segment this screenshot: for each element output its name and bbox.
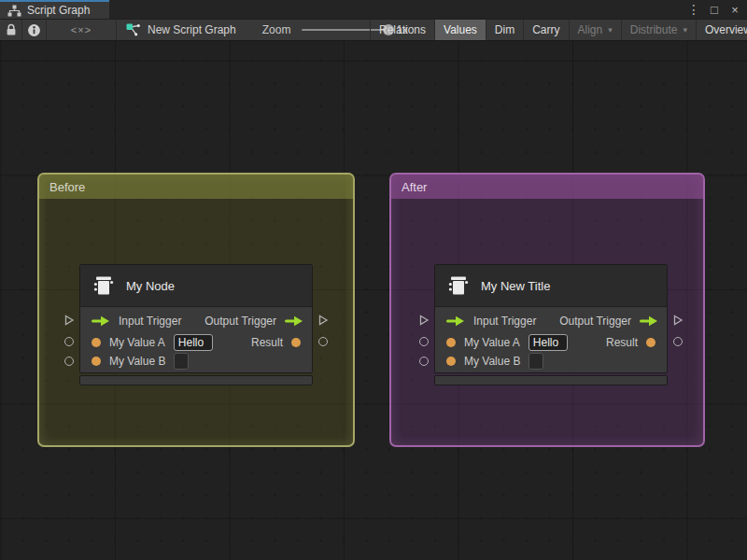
node-header[interactable]: My Node xyxy=(80,265,312,307)
align-dropdown[interactable]: Align ▾ xyxy=(569,20,621,40)
result-label: Result xyxy=(251,336,283,349)
distribute-dropdown[interactable]: Distribute ▾ xyxy=(621,20,696,40)
value-b-port-outer[interactable] xyxy=(64,357,74,366)
group-title: Before xyxy=(49,180,85,194)
maximize-icon[interactable]: □ xyxy=(706,1,723,18)
tab-bar: Script Graph ⋮ □ × xyxy=(0,0,747,19)
chevron-down-icon: ▾ xyxy=(683,25,687,35)
value-port-icon[interactable] xyxy=(92,357,101,366)
flow-port-triangle-icon xyxy=(63,315,75,326)
node-body: Input Trigger Output Trigger My Value A xyxy=(80,307,312,372)
input-trigger-port-outer[interactable] xyxy=(63,315,75,326)
group-title: After xyxy=(402,180,427,194)
graph-name-label: New Script Graph xyxy=(148,23,236,36)
value-b-label: My Value B xyxy=(464,355,520,368)
value-b-port-outer[interactable] xyxy=(419,357,429,366)
value-a-port-outer[interactable] xyxy=(419,337,429,346)
node-header[interactable]: My New Title xyxy=(435,265,667,307)
unit-node-icon xyxy=(92,274,116,297)
graph-toolbar: <×> New Script Graph Zoom 1x Relations V… xyxy=(0,19,747,41)
input-trigger-label: Input Trigger xyxy=(119,315,181,328)
result-port-outer[interactable] xyxy=(318,337,328,346)
value-port-icon[interactable] xyxy=(446,357,456,366)
node-footer xyxy=(79,375,313,385)
value-port-icon[interactable] xyxy=(646,338,655,347)
value-b-input[interactable] xyxy=(529,353,543,370)
node-main: My Node Input Trigger Output Trigger xyxy=(79,264,313,373)
node-title: My Node xyxy=(126,279,175,293)
output-trigger-label: Output Trigger xyxy=(559,315,631,328)
script-graph-asset-icon xyxy=(126,23,141,37)
code-icon: <×> xyxy=(71,24,92,35)
value-a-input[interactable] xyxy=(529,334,568,351)
flow-port-triangle-icon xyxy=(317,315,329,326)
values-button[interactable]: Values xyxy=(434,20,486,40)
value-port-icon[interactable] xyxy=(291,338,301,347)
output-trigger-port-outer[interactable] xyxy=(672,315,684,326)
code-view-button[interactable]: <×> xyxy=(47,20,117,40)
window-menu-icon[interactable]: ⋮ xyxy=(685,1,702,18)
dim-button[interactable]: Dim xyxy=(486,20,523,40)
info-button[interactable] xyxy=(22,20,47,40)
relations-button[interactable]: Relations xyxy=(370,20,434,40)
result-label: Result xyxy=(606,336,638,349)
flow-port-triangle-icon xyxy=(672,315,684,326)
output-trigger-port-outer[interactable] xyxy=(317,315,329,326)
node-main: My New Title Input Trigger Output Trigge… xyxy=(434,264,668,373)
node-footer xyxy=(434,375,668,385)
lock-icon xyxy=(4,22,19,37)
graph-canvas[interactable]: Before xyxy=(0,41,747,560)
tab-script-graph[interactable]: Script Graph xyxy=(0,0,109,19)
value-a-label: My Value A xyxy=(464,336,520,349)
group-after-header[interactable]: After xyxy=(391,175,703,199)
value-a-label: My Value A xyxy=(109,336,165,349)
group-before-header[interactable]: Before xyxy=(39,175,353,199)
window-controls: ⋮ □ × xyxy=(685,0,743,19)
flow-arrow-icon xyxy=(640,315,658,327)
close-icon[interactable]: × xyxy=(726,1,743,18)
flow-port-triangle-icon xyxy=(418,315,430,326)
carry-button[interactable]: Carry xyxy=(523,20,568,40)
group-before[interactable]: Before xyxy=(37,173,355,447)
script-graph-window: Script Graph ⋮ □ × <×> xyxy=(0,0,747,560)
value-a-port-outer[interactable] xyxy=(64,337,74,346)
unit-node-icon xyxy=(446,274,471,297)
overview-button[interactable]: Overview xyxy=(696,20,747,40)
input-trigger-label: Input Trigger xyxy=(473,315,536,328)
chevron-down-icon: ▾ xyxy=(608,25,613,35)
tab-title: Script Graph xyxy=(27,4,90,17)
value-port-icon[interactable] xyxy=(446,338,456,347)
input-trigger-port-outer[interactable] xyxy=(418,315,430,326)
value-port-icon[interactable] xyxy=(92,338,101,347)
flow-arrow-icon xyxy=(92,315,110,327)
node-body: Input Trigger Output Trigger My Value A xyxy=(435,307,667,372)
group-after[interactable]: After xyxy=(389,173,705,447)
node-my-new-title[interactable]: My New Title Input Trigger Output Trigge… xyxy=(434,264,668,385)
graph-hierarchy-icon xyxy=(7,5,21,17)
info-icon xyxy=(27,23,41,37)
view-options-group: Relations Values Dim Carry Align ▾ Distr… xyxy=(370,20,747,40)
graph-name-button[interactable]: New Script Graph xyxy=(126,20,236,40)
flow-arrow-icon xyxy=(446,315,465,327)
flow-arrow-icon xyxy=(285,315,303,327)
node-title: My New Title xyxy=(481,279,550,293)
output-trigger-label: Output Trigger xyxy=(204,315,276,328)
value-b-label: My Value B xyxy=(109,355,165,368)
zoom-label: Zoom xyxy=(262,23,291,36)
node-my-node[interactable]: My Node Input Trigger Output Trigger xyxy=(79,264,313,385)
lock-button[interactable] xyxy=(0,20,22,40)
value-b-input[interactable] xyxy=(174,353,189,370)
result-port-outer[interactable] xyxy=(673,337,683,346)
value-a-input[interactable] xyxy=(174,334,213,351)
